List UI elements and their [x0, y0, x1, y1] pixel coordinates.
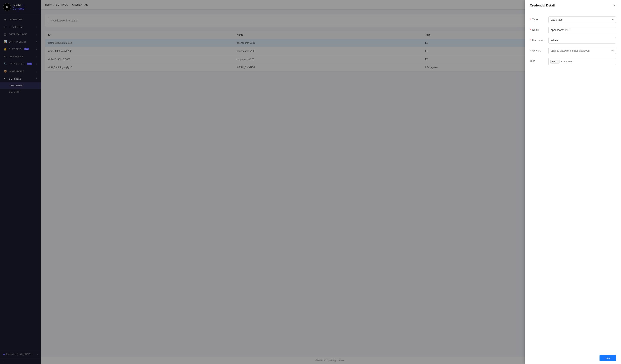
form-row-username: * Username [530, 37, 616, 44]
form-row-name: * Name [530, 27, 616, 33]
drawer-title: Credential Detail [530, 4, 555, 7]
tags-container: ES ✕ + Add New [548, 58, 616, 65]
drawer-body: * Type basic_auth api_key token * Name [525, 11, 621, 352]
drawer-close-button[interactable]: ✕ [613, 4, 616, 7]
tags-control: ES ✕ + Add New [548, 58, 616, 65]
password-input[interactable] [548, 48, 616, 54]
form-row-type: * Type basic_auth api_key token [530, 17, 616, 23]
save-button[interactable]: Save [600, 355, 616, 361]
drawer-header: Credential Detail ✕ [525, 0, 621, 11]
type-label: * Type [530, 17, 548, 21]
credential-drawer: Credential Detail ✕ * Type basic_auth ap… [525, 0, 621, 364]
form-row-tags: Tags ES ✕ + Add New [530, 58, 616, 65]
form-row-password: Password 👁 [530, 48, 616, 54]
password-label: Password [530, 48, 548, 52]
username-control [548, 37, 616, 44]
type-select-wrapper: basic_auth api_key token [548, 17, 616, 23]
username-label: * Username [530, 37, 548, 42]
tags-label: Tags [530, 58, 548, 62]
password-control: 👁 [548, 48, 616, 54]
add-tag-button[interactable]: + Add New [561, 60, 572, 63]
tag-remove-button[interactable]: ✕ [556, 61, 558, 63]
eye-icon[interactable]: 👁 [611, 49, 614, 52]
name-required: * [530, 28, 531, 31]
name-input[interactable] [548, 27, 616, 33]
username-input[interactable] [548, 37, 616, 44]
username-required: * [530, 39, 531, 42]
name-control [548, 27, 616, 33]
drawer-footer: Save [525, 352, 621, 364]
name-label: * Name [530, 27, 548, 31]
type-control: basic_auth api_key token [548, 17, 616, 23]
type-select[interactable]: basic_auth api_key token [548, 17, 616, 23]
password-wrapper: 👁 [548, 48, 616, 54]
type-required: * [530, 18, 531, 21]
tag-value: ES [552, 60, 555, 63]
tag-item: ES ✕ [551, 60, 559, 64]
